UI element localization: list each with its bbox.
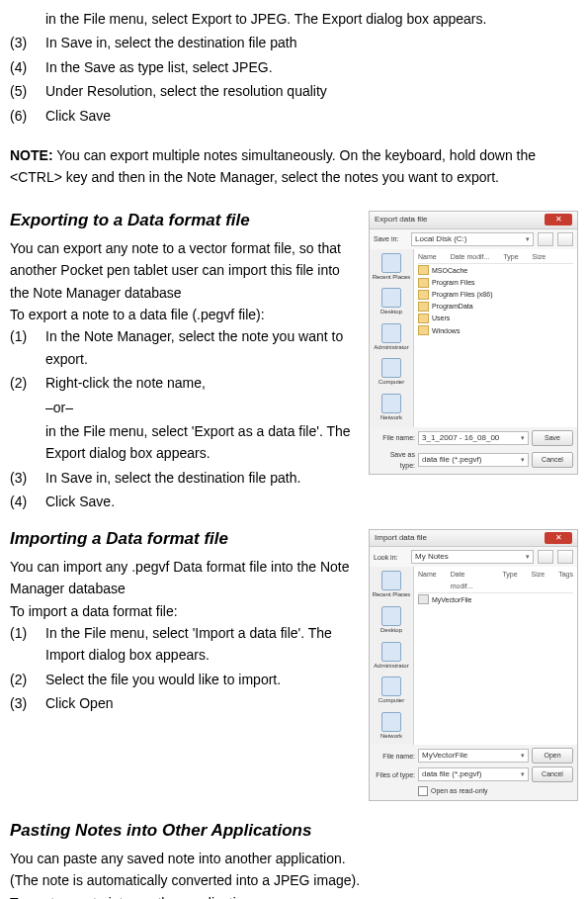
- folder-icon: [418, 314, 429, 323]
- list-item: (3) Click Open: [10, 692, 359, 714]
- step-number: (1): [10, 622, 45, 667]
- place-item[interactable]: Desktop: [380, 288, 402, 317]
- filename-input[interactable]: 3_1_2007 - 16_08_00▾: [418, 431, 529, 445]
- file-list[interactable]: Name Date modif... Type Size MSOCache Pr…: [414, 249, 577, 427]
- page-content: in the File menu, select Export to JPEG.…: [10, 8, 578, 899]
- column-headers: Name Date modif... Type Size Tags: [418, 569, 573, 592]
- list-item: (2) Right-click the note name,: [10, 372, 359, 394]
- place-item[interactable]: Network: [380, 712, 402, 742]
- import-dialog-screenshot: Import data file ✕ Look in: My Notes ▾ R…: [369, 529, 578, 801]
- open-button[interactable]: Open: [532, 748, 573, 764]
- toolbar-button[interactable]: [557, 232, 573, 246]
- step-number: (1): [10, 325, 45, 370]
- step-text: in the File menu, select Export to JPEG.…: [45, 8, 578, 30]
- step-number: (6): [10, 105, 45, 127]
- desktop-icon: [381, 606, 401, 626]
- step-number: (3): [10, 692, 45, 714]
- computer-icon: [381, 676, 401, 696]
- cancel-button[interactable]: Cancel: [532, 452, 573, 468]
- place-item[interactable]: Administrator: [374, 642, 408, 672]
- step-text: in the File menu, select 'Export as a da…: [45, 420, 359, 465]
- network-icon: [381, 394, 401, 413]
- step-text: Select the file you would like to import…: [45, 669, 359, 690]
- type-combo[interactable]: data file (*.pegvf)▾: [418, 453, 529, 467]
- folder-icon: [418, 325, 429, 335]
- step-text: Click Open: [45, 692, 359, 714]
- list-item: (5) Under Resolution, select the resolut…: [10, 80, 578, 102]
- list-item: –or–: [10, 397, 359, 418]
- filename-label: File name:: [374, 432, 415, 443]
- step-text: In the Save as type list, select JPEG.: [45, 56, 578, 78]
- place-item[interactable]: Desktop: [380, 606, 402, 636]
- list-item: (6) Click Save: [10, 105, 578, 127]
- user-icon: [381, 642, 401, 662]
- file-row[interactable]: ProgramData: [418, 301, 573, 312]
- folder-icon: [381, 571, 401, 590]
- savein-combo[interactable]: Local Disk (C:) ▾: [411, 232, 534, 246]
- filename-label: File name:: [374, 751, 415, 762]
- chevron-down-icon: ▾: [521, 768, 525, 780]
- file-row[interactable]: MyVectorFile: [418, 594, 573, 605]
- filename-input[interactable]: MyVectorFile▾: [418, 749, 529, 763]
- section-intro: To paste a note into another application…: [10, 892, 578, 899]
- step-text: Right-click the note name,: [45, 372, 359, 394]
- dialog-title-text: Import data file: [375, 532, 427, 545]
- file-row[interactable]: MSOCache: [418, 265, 573, 276]
- import-section: Import data file ✕ Look in: My Notes ▾ R…: [10, 525, 578, 807]
- cancel-button[interactable]: Cancel: [532, 766, 573, 782]
- step-number: (2): [10, 372, 45, 394]
- step-number: (5): [10, 80, 45, 102]
- place-item[interactable]: Network: [380, 394, 402, 423]
- note-label: NOTE:: [10, 147, 53, 163]
- export-dialog-screenshot: Export data file ✕ Save in: Local Disk (…: [369, 211, 578, 475]
- readonly-checkbox[interactable]: Open as read-only: [418, 785, 529, 796]
- step-text: Under Resolution, select the resolution …: [45, 80, 578, 102]
- place-item[interactable]: Recent Places: [373, 253, 411, 283]
- list-item: (1) In the File menu, select 'Import a d…: [10, 622, 359, 667]
- lookin-combo[interactable]: My Notes ▾: [411, 550, 534, 564]
- list-item: (1) In the Note Manager, select the note…: [10, 325, 359, 370]
- toolbar-button[interactable]: [557, 550, 573, 564]
- step-number: (2): [10, 669, 45, 690]
- save-button[interactable]: Save: [532, 430, 573, 446]
- list-item: (2) Select the file you would like to im…: [10, 669, 359, 690]
- chevron-down-icon: ▾: [521, 432, 525, 444]
- user-icon: [381, 323, 401, 343]
- toolbar-button[interactable]: [538, 550, 553, 564]
- section-intro: You can paste any saved note into anothe…: [10, 848, 578, 869]
- file-list[interactable]: Name Date modif... Type Size Tags MyVect…: [414, 567, 577, 745]
- note-paragraph: NOTE: You can export multiple notes simu…: [10, 144, 578, 189]
- checkbox-icon: [418, 786, 428, 796]
- chevron-down-icon: ▾: [526, 233, 530, 245]
- dialog-title-text: Export data file: [375, 214, 427, 226]
- place-item[interactable]: Computer: [378, 676, 404, 706]
- chevron-down-icon: ▾: [521, 454, 525, 466]
- type-label: Files of type:: [374, 769, 415, 780]
- file-row[interactable]: Users: [418, 313, 573, 323]
- place-item[interactable]: Computer: [378, 358, 404, 388]
- close-icon[interactable]: ✕: [545, 532, 572, 544]
- chevron-down-icon: ▾: [526, 551, 530, 563]
- place-item[interactable]: Recent Places: [373, 571, 411, 600]
- step-text: In the Note Manager, select the note you…: [45, 325, 359, 370]
- file-row[interactable]: Windows: [418, 325, 573, 336]
- step-number: (3): [10, 32, 45, 53]
- toolbar-button[interactable]: [538, 232, 553, 246]
- desktop-icon: [381, 288, 401, 308]
- step-text: Click Save: [45, 105, 578, 127]
- type-label: Save as type:: [374, 449, 415, 471]
- folder-icon: [381, 253, 401, 273]
- close-icon[interactable]: ✕: [545, 214, 572, 225]
- type-combo[interactable]: data file (*.pegvf)▾: [418, 767, 529, 781]
- list-item: (4) Click Save.: [10, 491, 578, 512]
- list-item: in the File menu, select 'Export as a da…: [10, 420, 359, 465]
- place-item[interactable]: Administrator: [374, 323, 408, 353]
- step-text: In Save in, select the destination file …: [45, 467, 359, 489]
- chevron-down-icon: ▾: [521, 750, 525, 762]
- list-item: (3) In Save in, select the destination f…: [10, 32, 578, 53]
- section-intro: (The note is automatically converted int…: [10, 869, 578, 891]
- file-row[interactable]: Program Files (x86): [418, 289, 573, 300]
- file-row[interactable]: Program Files: [418, 277, 573, 288]
- folder-icon: [418, 302, 429, 312]
- places-bar: Recent Places Desktop Administrator Comp…: [370, 249, 414, 427]
